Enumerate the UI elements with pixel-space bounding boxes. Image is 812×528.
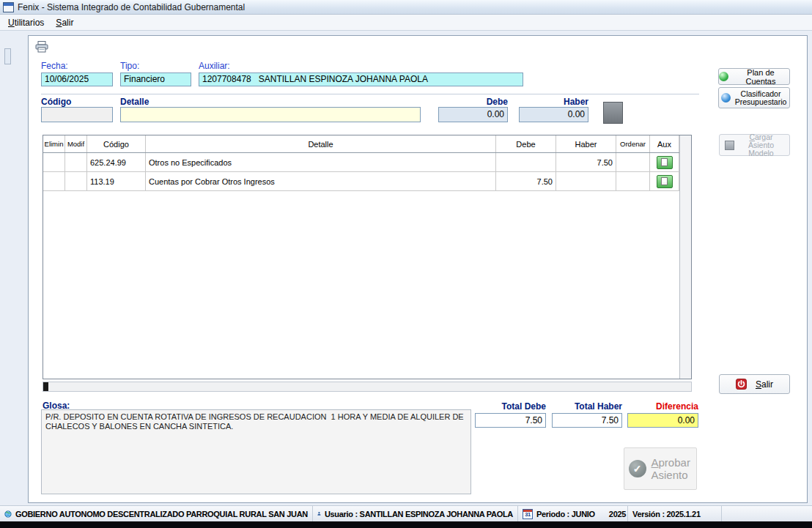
separator-line: [41, 94, 699, 94]
power-icon: [736, 379, 747, 390]
plan-de-cuentas-button[interactable]: Plan de Cuentas: [718, 68, 790, 85]
header-aux: Aux: [650, 135, 679, 152]
cell-aux: [650, 153, 679, 171]
taskbar-edge: [0, 521, 812, 528]
blue-sphere-icon: [721, 93, 731, 103]
periodo-text: Periodo : JUNIO: [536, 510, 595, 518]
window-title: Fenix - Sistema Integrado de Contabilida…: [18, 2, 245, 12]
detalle-input[interactable]: [120, 107, 421, 122]
status-version: Versión : 2025.1.21: [628, 506, 722, 521]
version-text: Versión : 2025.1.21: [632, 510, 701, 518]
diferencia-field: 0.00: [627, 413, 698, 428]
salir-button[interactable]: Salir: [719, 374, 790, 394]
usuario-text: Usuario : SANTILLAN ESPINOZA JOHANNA PAO…: [325, 510, 513, 518]
tipo-input[interactable]: Financiero: [120, 72, 191, 86]
clasificador-presupuestario-button[interactable]: Clasificador Presupuestario: [718, 87, 790, 108]
cell-haber: 7.50: [556, 153, 616, 171]
cell-eliminar[interactable]: [43, 172, 65, 190]
cell-modificar[interactable]: [65, 172, 87, 190]
cell-ordenar: [616, 172, 650, 190]
aux-button[interactable]: [657, 175, 673, 188]
app-window: Fenix - Sistema Integrado de Contabilida…: [0, 0, 812, 528]
plan-de-cuentas-label: Plan de Cuentas: [732, 68, 789, 86]
calendar-icon: 31: [523, 509, 533, 519]
grid-vertical-scrollbar[interactable]: [679, 135, 691, 379]
cell-aux: [650, 172, 679, 190]
status-periodo: 31 Periodo : JUNIO 2025: [518, 506, 628, 521]
user-icon: [317, 509, 321, 518]
status-entidad: GOBIERNO AUTONOMO DESCENTRALIZADO PARROQ…: [0, 506, 313, 521]
fecha-label: Fecha:: [41, 61, 68, 71]
menu-bar: Utilitarios Salir: [0, 15, 812, 31]
status-usuario: Usuario : SANTILLAN ESPINOZA JOHANNA PAO…: [313, 506, 518, 521]
cell-debe: 7.50: [496, 172, 556, 190]
codigo-input[interactable]: [41, 107, 113, 122]
globe-icon: [4, 509, 12, 519]
status-bar: GOBIERNO AUTONOMO DESCENTRALIZADO PARROQ…: [0, 505, 812, 521]
grid-header-row: Elimin Modif Código Detalle Debe Haber O…: [43, 135, 679, 153]
document-icon: [661, 177, 668, 185]
cargar-asiento-modelo-button[interactable]: Cargar Asiento Modelo: [719, 134, 790, 156]
fecha-input[interactable]: 10/06/2025: [41, 72, 113, 86]
main-panel: Fecha: Tipo: Auxiliar: 10/06/2025 Financ…: [28, 35, 808, 503]
cell-codigo: 625.24.99: [87, 153, 146, 171]
asiento-grid: Elimin Modif Código Detalle Debe Haber O…: [43, 135, 692, 379]
header-debe: Debe: [496, 135, 556, 152]
printer-icon: [35, 41, 48, 53]
tipo-label: Tipo:: [120, 61, 139, 71]
aprobar-asiento-button[interactable]: ✓ Aprobar Asiento: [624, 447, 697, 490]
cell-eliminar[interactable]: [43, 153, 65, 171]
document-icon: [661, 158, 668, 166]
grid-body: Elimin Modif Código Detalle Debe Haber O…: [43, 135, 679, 191]
header-codigo: Código: [87, 135, 146, 152]
left-splitter[interactable]: [4, 48, 11, 64]
check-icon: ✓: [629, 460, 646, 477]
codigo-column-label: Código: [41, 97, 71, 107]
header-modificar: Modif: [65, 135, 87, 152]
glosa-textarea[interactable]: P/R. DEPOSITO EN CUENTA ROTATIVA DE INGR…: [41, 409, 471, 494]
debe-column-label: Debe: [438, 97, 508, 107]
anio-text: 2025: [609, 510, 626, 518]
gray-square-icon: [725, 141, 734, 150]
haber-input[interactable]: 0.00: [519, 107, 588, 122]
entidad-text: GOBIERNO AUTONOMO DESCENTRALIZADO PARROQ…: [15, 510, 308, 518]
cell-haber: [556, 172, 616, 190]
total-debe-label: Total Debe: [475, 401, 546, 412]
table-row[interactable]: 625.24.99 Otros no Especificados 7.50: [43, 153, 679, 172]
cell-codigo: 113.19: [87, 172, 146, 190]
print-button[interactable]: [33, 40, 51, 54]
debe-input[interactable]: 0.00: [438, 107, 508, 122]
entry-action-button[interactable]: [603, 102, 623, 124]
auxiliar-label: Auxiliar:: [199, 61, 230, 71]
total-debe-field: 7.50: [475, 413, 546, 428]
header-ordenar: Ordenar: [616, 135, 650, 152]
total-haber-field: 7.50: [552, 413, 622, 428]
detalle-column-label: Detalle: [120, 97, 149, 107]
table-row[interactable]: 113.19 Cuentas por Cobrar Otros Ingresos…: [43, 172, 679, 191]
grid-horizontal-scrollbar[interactable]: [43, 382, 692, 392]
header-haber: Haber: [556, 135, 616, 152]
diferencia-label: Diferencia: [627, 401, 698, 412]
auxiliar-input[interactable]: 1207708478 SANTILLAN ESPINOZA JOHANNA PA…: [199, 72, 523, 86]
calendar-day: 31: [525, 512, 531, 518]
cell-detalle: Otros no Especificados: [146, 153, 496, 171]
title-bar: Fenix - Sistema Integrado de Contabilida…: [0, 0, 812, 15]
cargar-asiento-label: Cargar Asiento Modelo: [738, 133, 785, 157]
app-icon: [3, 2, 14, 12]
salir-label: Salir: [756, 379, 773, 390]
cell-ordenar: [616, 153, 650, 171]
header-detalle: Detalle: [146, 135, 496, 152]
total-haber-label: Total Haber: [552, 401, 622, 412]
cell-debe: [496, 153, 556, 171]
cell-detalle: Cuentas por Cobrar Otros Ingresos: [146, 172, 496, 190]
aux-button[interactable]: [657, 156, 673, 169]
menu-salir[interactable]: Salir: [50, 15, 79, 30]
status-filler: [722, 506, 812, 521]
scrollbar-thumb[interactable]: [43, 382, 48, 391]
header-eliminar: Elimin: [43, 135, 65, 152]
haber-column-label: Haber: [519, 97, 588, 107]
cell-modificar[interactable]: [65, 153, 87, 171]
menu-utilitarios[interactable]: Utilitarios: [2, 15, 50, 30]
green-sphere-icon: [719, 72, 728, 81]
clasificador-label: Clasificador Presupuestario: [734, 90, 787, 106]
